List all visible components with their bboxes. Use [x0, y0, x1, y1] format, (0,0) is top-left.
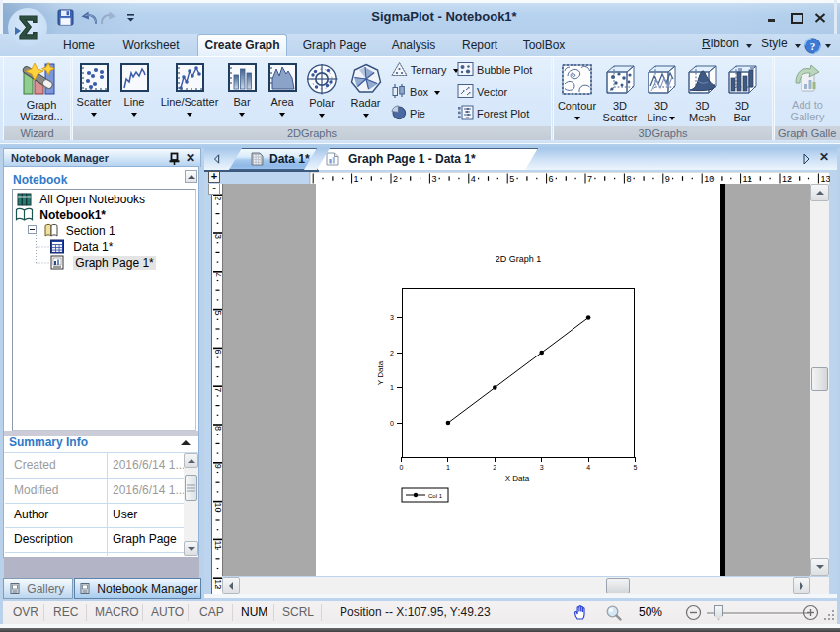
- svg-text:9: 9: [213, 464, 223, 469]
- svg-text:Y Data: Y Data: [376, 360, 385, 385]
- svg-text:4: 4: [471, 174, 476, 184]
- svg-text:2: 2: [493, 464, 496, 471]
- svg-text:1: 1: [354, 174, 359, 184]
- svg-text:8: 8: [626, 174, 631, 184]
- svg-text:4: 4: [213, 273, 223, 277]
- svg-text:10: 10: [704, 174, 714, 184]
- svg-text:3: 3: [213, 234, 223, 239]
- svg-text:5: 5: [213, 311, 223, 316]
- svg-text:0: 0: [390, 420, 394, 427]
- svg-text:6: 6: [549, 174, 554, 184]
- svg-text:12: 12: [782, 174, 792, 184]
- svg-text:8: 8: [213, 426, 223, 431]
- svg-text:3: 3: [540, 464, 544, 471]
- svg-text:1: 1: [446, 464, 450, 471]
- svg-text:9: 9: [665, 174, 670, 184]
- svg-text:2: 2: [390, 350, 394, 356]
- svg-text:3: 3: [431, 174, 436, 184]
- svg-text:X Data: X Data: [505, 474, 530, 483]
- svg-text:2D Graph 1: 2D Graph 1: [496, 254, 542, 264]
- svg-text:13: 13: [820, 174, 830, 184]
- svg-text:7: 7: [587, 174, 592, 184]
- svg-text:0: 0: [400, 464, 404, 471]
- svg-text:11: 11: [213, 540, 223, 549]
- svg-text:4: 4: [586, 464, 590, 471]
- svg-text:?: ?: [810, 40, 816, 52]
- svg-text:5: 5: [634, 464, 638, 471]
- svg-text:Col 1: Col 1: [428, 493, 443, 499]
- svg-text:3: 3: [390, 314, 394, 321]
- svg-text:7: 7: [213, 387, 223, 392]
- svg-text:2: 2: [393, 174, 398, 184]
- svg-text:5: 5: [509, 174, 514, 184]
- svg-text:6: 6: [213, 349, 223, 354]
- svg-text:2: 2: [213, 196, 223, 200]
- svg-text:1: 1: [390, 384, 394, 391]
